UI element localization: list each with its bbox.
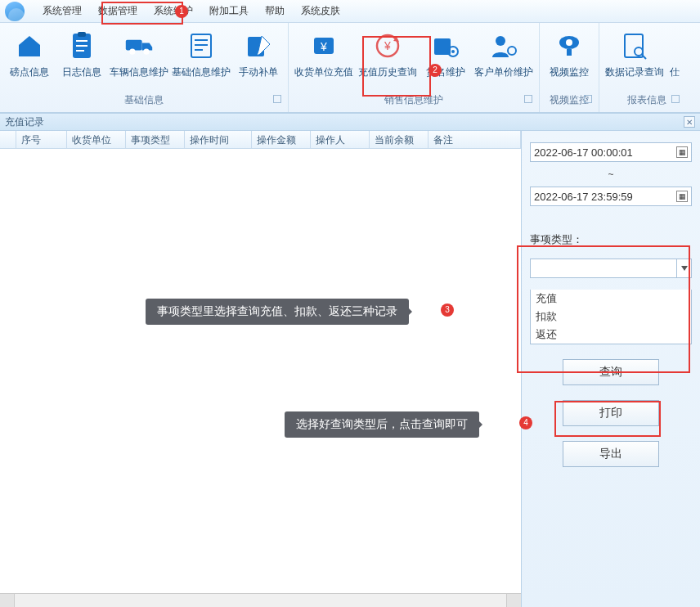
type-option-deduct[interactable]: 扣款: [531, 308, 691, 326]
ribbon-btn-data-query[interactable]: 数据记录查询: [603, 28, 666, 83]
ribbon-btn-video[interactable]: 视频监控: [543, 28, 595, 83]
chevron-down-icon[interactable]: [676, 259, 691, 277]
user-gear-icon: [489, 31, 518, 61]
svg-point-20: [496, 36, 505, 46]
svg-text:¥: ¥: [320, 40, 327, 53]
ribbon-label: 手动补单: [239, 65, 278, 79]
ribbon-group-label: 销售信息维护: [292, 92, 536, 110]
ribbon-label: 充值历史查询: [358, 65, 417, 79]
table-header: 序号 收货单位 事项类型 操作时间 操作金额 操作人 当前余额 备注: [0, 131, 521, 149]
type-options-list: 充值 扣款 返还: [530, 290, 692, 344]
ribbon-label: 日志信息: [62, 65, 101, 79]
svg-point-21: [508, 47, 516, 55]
svg-rect-4: [78, 32, 86, 37]
col-balance[interactable]: 当前余额: [370, 131, 429, 148]
camera-icon: [554, 31, 584, 61]
sheet-icon: [186, 31, 216, 61]
svg-rect-5: [126, 40, 142, 51]
panel-close-button[interactable]: ✕: [684, 116, 695, 128]
menu-skin[interactable]: 系统皮肤: [293, 1, 348, 21]
type-select[interactable]: [530, 259, 692, 278]
print-button[interactable]: 打印: [563, 400, 659, 426]
panel-title: 充值记录: [5, 115, 44, 129]
export-button[interactable]: 导出: [563, 441, 659, 467]
col-operator[interactable]: 操作人: [311, 131, 370, 148]
report-search-icon: [620, 31, 649, 61]
ribbon-toolbar: 磅点信息 日志信息 车辆信息维护 基础信息维护: [0, 23, 700, 113]
svg-rect-2: [76, 45, 88, 47]
col-optime[interactable]: 操作时间: [185, 131, 252, 148]
more-icon: [668, 31, 681, 61]
ribbon-btn-recharge[interactable]: ¥ 收货单位充值: [292, 28, 356, 83]
svg-rect-24: [567, 49, 572, 56]
ribbon-btn-log[interactable]: 日志信息: [56, 28, 108, 83]
date-from-input[interactable]: 2022-06-17 00:00:01 ▦: [530, 142, 692, 162]
date-from-value: 2022-06-17 00:00:01: [534, 146, 676, 159]
ribbon-label: 基础信息维护: [172, 65, 231, 79]
type-option-return[interactable]: 返还: [531, 326, 691, 344]
ribbon-group-label: 视频监控: [543, 92, 595, 110]
row-indicator-header: [0, 131, 16, 148]
ribbon-label: 数据记录查询: [605, 65, 664, 79]
ribbon-btn-manual[interactable]: 手动补单: [232, 28, 285, 83]
home-icon: [15, 31, 44, 61]
date-separator: ~: [608, 169, 613, 180]
svg-text:¥: ¥: [384, 39, 391, 52]
box-gear-icon: [431, 31, 460, 61]
ribbon-btn-recharge-history[interactable]: ¥ 充值历史查询: [356, 28, 420, 83]
ribbon-btn-basicinfo[interactable]: 基础信息维护: [170, 28, 232, 83]
ribbon-btn-customer-price[interactable]: 客户单价维护: [472, 28, 536, 83]
ribbon-label: 磅点信息: [10, 65, 49, 79]
ribbon-btn-bangdian[interactable]: 磅点信息: [3, 28, 56, 83]
ribbon-label: 车辆信息维护: [110, 65, 168, 79]
ribbon-label: 客户单价维护: [474, 65, 533, 79]
date-to-input[interactable]: 2022-06-17 23:59:59 ▦: [530, 187, 692, 206]
ribbon-btn-vehicle[interactable]: 车辆信息维护: [108, 28, 170, 83]
table-pane: 序号 收货单位 事项类型 操作时间 操作金额 操作人 当前余额 备注: [0, 131, 522, 607]
ribbon-btn-goods[interactable]: 货名维护: [420, 28, 472, 83]
ribbon-label: 收货单位充值: [294, 65, 353, 79]
col-receiver[interactable]: 收货单位: [67, 131, 126, 148]
calendar-icon[interactable]: ▦: [676, 191, 688, 202]
ribbon-group-label: 基础信息: [3, 92, 285, 110]
svg-rect-10: [195, 44, 208, 46]
ribbon-label: 仕: [670, 65, 680, 79]
svg-rect-9: [195, 39, 208, 41]
svg-rect-11: [195, 49, 203, 51]
menu-addon-tools[interactable]: 附加工具: [201, 1, 257, 21]
col-remark[interactable]: 备注: [429, 131, 521, 148]
content-area: 序号 收货单位 事项类型 操作时间 操作金额 操作人 当前余额 备注 2022-…: [0, 131, 700, 607]
menu-data-manage[interactable]: 数据管理: [90, 1, 146, 21]
col-type[interactable]: 事项类型: [126, 131, 185, 148]
query-button[interactable]: 查询: [563, 359, 659, 385]
svg-point-26: [635, 47, 643, 56]
svg-point-6: [129, 49, 135, 55]
svg-point-7: [143, 49, 149, 55]
ribbon-group-report: 数据记录查询 仕 报表信息: [599, 23, 686, 112]
svg-rect-1: [76, 40, 88, 42]
svg-rect-25: [625, 34, 643, 57]
ribbon-btn-more[interactable]: 仕: [666, 28, 683, 83]
ribbon-label: 货名维护: [426, 65, 465, 79]
panel-titlebar: 充值记录 ✕: [0, 113, 700, 131]
type-filter-block: 事项类型： 充值 扣款 返还: [530, 232, 692, 344]
ribbon-group-basic: 磅点信息 日志信息 车辆信息维护 基础信息维护: [0, 23, 289, 112]
svg-point-23: [566, 39, 572, 46]
ribbon-group-video: 视频监控 视频监控: [540, 23, 599, 112]
type-option-recharge[interactable]: 充值: [531, 290, 691, 308]
menu-system-manage[interactable]: 系统管理: [34, 1, 90, 21]
col-amount[interactable]: 操作金额: [252, 131, 311, 148]
type-label: 事项类型：: [530, 232, 692, 247]
horizontal-scrollbar[interactable]: [0, 593, 521, 607]
log-icon: [67, 31, 96, 61]
menu-help[interactable]: 帮助: [257, 1, 293, 21]
calendar-icon[interactable]: ▦: [676, 146, 688, 158]
app-logo-icon: [5, 2, 25, 21]
svg-rect-3: [76, 50, 84, 52]
menu-system-maint[interactable]: 系统维护: [146, 1, 201, 21]
yen-refresh-icon: ¥: [373, 31, 402, 61]
table-body[interactable]: [0, 149, 521, 593]
pen-sheet-icon: [244, 31, 273, 61]
col-seq[interactable]: 序号: [16, 131, 67, 148]
truck-icon: [124, 31, 154, 61]
